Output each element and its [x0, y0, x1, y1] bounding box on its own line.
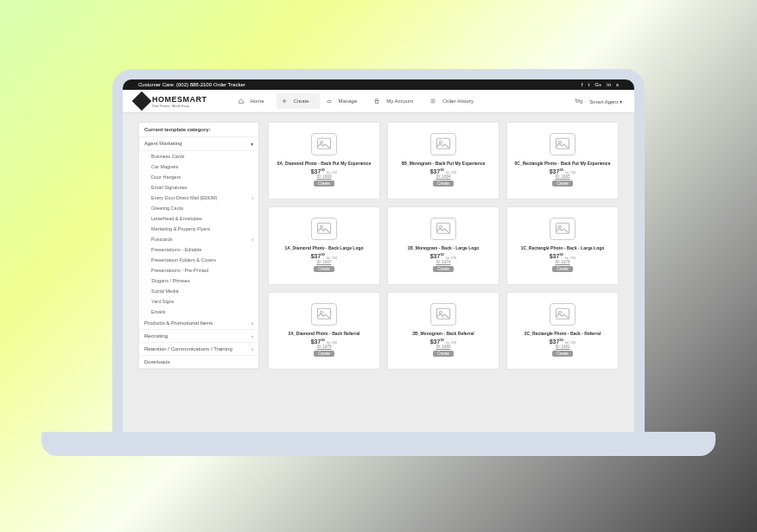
create-button[interactable]: Create: [314, 266, 334, 272]
image-placeholder-icon: [311, 303, 337, 326]
product-price: $3750for 250: [430, 168, 457, 174]
image-placeholder-icon: [430, 133, 456, 155]
product-id[interactable]: ID: 1680: [436, 345, 450, 349]
list-icon: [430, 98, 436, 104]
sidebar-item[interactable]: Car Magnets: [139, 162, 258, 172]
product-price: $3750for 250: [311, 338, 338, 345]
chevron-right-icon: ›: [251, 195, 253, 200]
product-card[interactable]: 1A_Diamond Photo - Back Large Logo$3750f…: [268, 206, 380, 284]
sidebar-item[interactable]: Presentations - Editable: [139, 244, 258, 255]
linkedin-icon[interactable]: in: [607, 82, 611, 87]
product-title: 1A_Diamond Photo - Back Large Logo: [284, 245, 363, 250]
chevron-right-icon: ›: [251, 320, 253, 326]
product-title: 0B_Monogram - Back Put My Experience: [402, 161, 486, 166]
logo-subtext: Real Estate. Made Easy.: [152, 104, 207, 108]
sidebar-item[interactable]: Yard Signs: [139, 296, 258, 307]
product-card[interactable]: 1B_Monogram - Back - Large Logo$3750for …: [387, 206, 499, 284]
product-id[interactable]: ID: 1667: [316, 260, 331, 264]
create-button[interactable]: Create: [433, 351, 454, 357]
create-button[interactable]: Create: [552, 266, 573, 272]
logo-text: HOMESMART: [152, 95, 207, 104]
twitter-icon[interactable]: t: [588, 82, 589, 87]
sidebar-cat-retention[interactable]: Retention / Communications / Training›: [139, 343, 258, 356]
sidebar-item[interactable]: Presentation Folders & Covers: [139, 255, 258, 265]
sidebar-item[interactable]: Marketing & Property Flyers: [139, 224, 258, 234]
chevron-right-icon: ›: [251, 346, 253, 352]
sidebar-heading: Current template category:: [139, 123, 258, 137]
product-card[interactable]: 2C_Rectangle Photo - Back - Referral$375…: [506, 292, 619, 370]
nav-manage[interactable]: Manage: [321, 93, 368, 109]
product-card[interactable]: 0B_Monogram - Back Put My Experience$375…: [387, 122, 499, 200]
sidebar-item[interactable]: Email Signatures: [139, 182, 258, 193]
product-price: $3750for 250: [430, 338, 457, 345]
user-menu[interactable]: Smart Agent ▾: [589, 98, 622, 104]
sidebar-cat-products[interactable]: Products & Promotional Items›: [139, 317, 258, 330]
create-button[interactable]: Create: [314, 351, 334, 357]
sidebar: Current template category: Agent Marketi…: [138, 122, 259, 370]
product-price: $3750for 250: [550, 338, 576, 345]
product-grid: 0A_Diamond Photo - Back Put My Experienc…: [268, 122, 619, 370]
create-button[interactable]: Create: [314, 180, 334, 187]
sidebar-cat-recruiting[interactable]: Recruiting›: [139, 330, 258, 343]
cart-button[interactable]: 0: [575, 98, 582, 104]
sidebar-cat-agent-marketing[interactable]: Agent Marketing▾: [139, 137, 258, 151]
svg-rect-1: [375, 100, 378, 103]
product-id[interactable]: ID: 1663: [316, 174, 331, 179]
plus-icon: [282, 98, 287, 104]
product-price: $3750for 250: [430, 252, 457, 259]
product-id[interactable]: ID: 1681: [555, 345, 569, 349]
product-price: $3750for 250: [311, 168, 338, 174]
create-button[interactable]: Create: [433, 266, 454, 272]
create-button[interactable]: Create: [552, 351, 573, 357]
product-id[interactable]: ID: 1674: [436, 260, 450, 264]
product-title: 0C_Rectangle Photo - Back Put My Experie…: [515, 161, 611, 166]
product-card[interactable]: 0C_Rectangle Photo - Back Put My Experie…: [506, 122, 619, 200]
product-price: $3750for 250: [550, 168, 576, 174]
product-id[interactable]: ID: 1665: [555, 174, 569, 179]
logo[interactable]: HOMESMART Real Estate. Made Easy.: [135, 94, 207, 108]
image-placeholder-icon: [550, 133, 576, 155]
product-title: 1B_Monogram - Back - Large Logo: [408, 245, 480, 250]
create-button[interactable]: Create: [433, 180, 454, 187]
sidebar-item[interactable]: Door Hangers: [139, 172, 258, 182]
product-id[interactable]: ID: 1664: [436, 174, 450, 179]
nav-history[interactable]: Order History: [425, 93, 484, 109]
product-card[interactable]: 0A_Diamond Photo - Back Put My Experienc…: [268, 122, 380, 200]
product-title: 0A_Diamond Photo - Back Put My Experienc…: [277, 161, 371, 166]
logo-diamond-icon: [132, 92, 152, 111]
sidebar-item[interactable]: Presentations - Pre-Printed: [139, 265, 258, 276]
sidebar-item[interactable]: Slogans / Phrases: [139, 276, 258, 286]
create-button[interactable]: Create: [552, 180, 573, 187]
product-title: 1C_Rectangle Photo - Back - Large Logo: [521, 245, 605, 250]
product-title: 2B_Monogram - Back Referral: [412, 331, 474, 336]
product-id[interactable]: ID: 1678: [555, 260, 569, 264]
sidebar-item[interactable]: Postcards›: [139, 234, 258, 244]
product-id[interactable]: ID: 1679: [316, 345, 331, 349]
lock-icon: [374, 98, 379, 104]
nav-home[interactable]: Home: [233, 93, 275, 109]
sidebar-item[interactable]: Greeting Cards: [139, 203, 258, 213]
product-card[interactable]: 2B_Monogram - Back Referral$3750for 250I…: [387, 292, 499, 370]
image-placeholder-icon: [430, 218, 456, 240]
product-price: $3750for 250: [311, 252, 338, 259]
cloud-icon: [327, 98, 332, 104]
chevron-down-icon: ▾: [251, 141, 253, 147]
nav-account[interactable]: My Account: [369, 93, 423, 109]
snapchat-icon[interactable]: s: [616, 82, 619, 87]
home-icon: [239, 98, 244, 104]
product-price: $3750for 250: [550, 252, 576, 259]
facebook-icon[interactable]: f: [582, 82, 583, 87]
nav-create[interactable]: Create: [277, 93, 320, 109]
sidebar-item[interactable]: Every Door Direct Mail (EDDM)›: [139, 193, 258, 203]
sidebar-item[interactable]: Social Media: [139, 286, 258, 296]
product-card[interactable]: 1C_Rectangle Photo - Back - Large Logo$3…: [506, 206, 619, 284]
laptop-base: [41, 432, 716, 456]
sidebar-item[interactable]: Emails: [139, 307, 258, 317]
sidebar-cat-downloads[interactable]: Downloads: [139, 356, 258, 369]
googleplus-icon[interactable]: G+: [595, 82, 601, 87]
product-card[interactable]: 2A_Diamond Photo - Back Referral$3750for…: [268, 292, 380, 370]
product-title: 2C_Rectangle Photo - Back - Referral: [525, 331, 601, 336]
customer-care-text[interactable]: Customer Care: (602) 888-2100 Order Trac…: [138, 82, 245, 87]
sidebar-item[interactable]: Business Cards: [139, 151, 258, 162]
sidebar-item[interactable]: Letterhead & Envelopes: [139, 213, 258, 224]
